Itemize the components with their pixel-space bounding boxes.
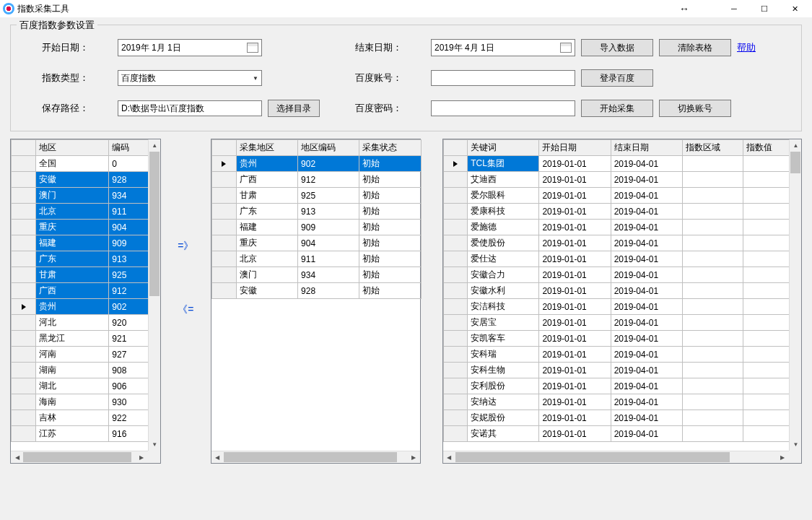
choose-dir-button[interactable]: 选择目录 <box>268 100 320 117</box>
table-row[interactable]: 安诺其2019-01-012019-04-01 <box>443 426 795 442</box>
password-input[interactable] <box>431 100 575 116</box>
column-header[interactable]: 地区 <box>36 140 109 156</box>
table-row[interactable]: 贵州902初始 <box>211 156 421 172</box>
horizontal-scrollbar[interactable]: ◀ ▶ <box>11 451 148 463</box>
table-row[interactable]: 安科生物2019-01-012019-04-01 <box>443 363 795 378</box>
start-collect-button[interactable]: 开始采集 <box>581 100 653 117</box>
table-row[interactable]: 广东913初始 <box>211 204 421 220</box>
table-row[interactable]: 艾迪西2019-01-012019-04-01 <box>443 172 795 188</box>
column-header[interactable]: 地区编码 <box>298 140 359 156</box>
table-row[interactable]: 广东913 <box>12 251 152 267</box>
collect-region-grid[interactable]: 采集地区地区编码采集状态贵州902初始广西912初始甘肃925初始广东913初始… <box>211 139 421 464</box>
table-row[interactable]: 安妮股份2019-01-012019-04-01 <box>443 410 795 426</box>
import-data-button[interactable]: 导入数据 <box>581 39 653 56</box>
index-value-cell <box>743 188 795 204</box>
horizontal-scrollbar[interactable]: ◀ ▶ <box>443 451 789 463</box>
table-row[interactable]: 澳门934初始 <box>211 267 421 283</box>
table-row[interactable]: 甘肃925初始 <box>211 188 421 204</box>
table-row[interactable]: 湖北906 <box>12 378 152 394</box>
table-row[interactable]: 爱使股份2019-01-012019-04-01 <box>443 235 795 251</box>
add-region-button[interactable]: =》 <box>178 240 193 253</box>
table-row[interactable]: 北京911初始 <box>211 251 421 267</box>
table-row[interactable]: 黑龙江921 <box>12 331 152 347</box>
minimize-button[interactable]: ─ <box>720 1 748 17</box>
calendar-icon[interactable] <box>560 43 572 53</box>
region-cell: 福建 <box>36 235 109 251</box>
table-row[interactable]: 海南930 <box>12 394 152 410</box>
resize-handle-icon[interactable]: ↔ <box>679 3 689 14</box>
vertical-scrollbar[interactable]: ▲ ▼ <box>789 139 801 451</box>
column-header[interactable]: 采集状态 <box>359 140 421 156</box>
table-row[interactable]: 重庆904初始 <box>211 235 421 251</box>
account-input[interactable] <box>431 70 575 86</box>
table-row[interactable]: 甘肃925 <box>12 267 152 283</box>
table-row[interactable]: 澳门934 <box>12 188 152 204</box>
close-button[interactable]: ✕ <box>780 1 809 17</box>
table-row[interactable]: 福建909 <box>12 235 152 251</box>
table-row[interactable]: 安凯客车2019-01-012019-04-01 <box>443 331 795 347</box>
table-row[interactable]: 安居宝2019-01-012019-04-01 <box>443 315 795 331</box>
maximize-button[interactable]: ☐ <box>750 1 779 17</box>
column-header[interactable]: 指数值 <box>743 140 795 156</box>
start-date-input[interactable]: 2019年 1月 1日 <box>118 39 262 56</box>
end-date-cell: 2019-04-01 <box>611 426 682 442</box>
table-row[interactable]: 爱施德2019-01-012019-04-01 <box>443 220 795 235</box>
column-header[interactable]: 采集地区 <box>236 140 297 156</box>
table-row[interactable]: 湖南908 <box>12 363 152 378</box>
index-value-cell <box>743 378 795 394</box>
keyword-cell: 安利股份 <box>468 378 539 394</box>
switch-account-button[interactable]: 切换账号 <box>659 100 731 117</box>
table-row[interactable]: 爱尔眼科2019-01-012019-04-01 <box>443 188 795 204</box>
table-row[interactable]: 广西912初始 <box>211 172 421 188</box>
table-row[interactable]: TCL集团2019-01-012019-04-01 <box>443 156 795 172</box>
titlebar[interactable]: 指数采集工具 ↔ ─ ☐ ✕ <box>0 0 812 17</box>
login-baidu-button[interactable]: 登录百度 <box>581 69 653 87</box>
keyword-grid[interactable]: 关键词开始日期结束日期指数区域指数值TCL集团2019-01-012019-04… <box>442 139 802 464</box>
vertical-scrollbar[interactable]: ▲ ▼ <box>148 139 160 451</box>
table-row[interactable]: 安利股份2019-01-012019-04-01 <box>443 378 795 394</box>
column-header[interactable]: 编码 <box>109 140 152 156</box>
table-row[interactable]: 全国0 <box>12 156 152 172</box>
index-value-cell <box>743 251 795 267</box>
index-region-cell <box>682 220 743 235</box>
table-row[interactable]: 安徽合力2019-01-012019-04-01 <box>443 267 795 283</box>
table-row[interactable]: 安纳达2019-01-012019-04-01 <box>443 394 795 410</box>
clear-table-button[interactable]: 清除表格 <box>659 39 731 56</box>
horizontal-scrollbar[interactable]: ◀ ▶ <box>211 451 420 463</box>
column-header[interactable]: 指数区域 <box>682 140 743 156</box>
column-header[interactable]: 关键词 <box>468 140 539 156</box>
table-row[interactable]: 吉林922 <box>12 410 152 426</box>
table-row[interactable]: 重庆904 <box>12 220 152 235</box>
start-date-cell: 2019-01-01 <box>539 315 611 331</box>
table-row[interactable]: 安徽928 <box>12 172 152 188</box>
table-row[interactable]: 贵州902 <box>12 299 152 315</box>
table-row[interactable]: 北京911 <box>12 204 152 220</box>
region-cell: 贵州 <box>236 156 297 172</box>
table-row[interactable]: 江苏916 <box>12 426 152 442</box>
table-row[interactable]: 安科瑞2019-01-012019-04-01 <box>443 347 795 363</box>
table-row[interactable]: 河南927 <box>12 347 152 363</box>
app-icon <box>3 3 14 14</box>
remove-region-button[interactable]: 《= <box>178 303 193 316</box>
table-row[interactable]: 广西912 <box>12 283 152 299</box>
save-path-field[interactable]: D:\数据导出\百度指数 <box>118 100 262 116</box>
region-cell: 河南 <box>36 347 109 363</box>
table-row[interactable]: 安徽928初始 <box>211 283 421 299</box>
end-date-input[interactable]: 2019年 4月 1日 <box>431 39 575 56</box>
table-row[interactable]: 爱仕达2019-01-012019-04-01 <box>443 251 795 267</box>
region-cell: 广西 <box>36 283 109 299</box>
table-row[interactable]: 安徽水利2019-01-012019-04-01 <box>443 283 795 299</box>
index-region-cell <box>682 363 743 378</box>
calendar-icon[interactable] <box>247 43 258 53</box>
table-row[interactable]: 爱康科技2019-01-012019-04-01 <box>443 204 795 220</box>
params-fieldset: 百度指数参数设置 开始日期： 2019年 1月 1日 结束日期： 2019年 4… <box>10 25 802 131</box>
table-row[interactable]: 福建909初始 <box>211 220 421 235</box>
column-header[interactable]: 结束日期 <box>611 140 682 156</box>
region-grid[interactable]: 地区编码全国0安徽928澳门934北京911重庆904福建909广东913甘肃9… <box>10 139 161 464</box>
index-type-select[interactable]: 百度指数 ▼ <box>118 70 262 86</box>
help-link[interactable]: 帮助 <box>737 41 780 54</box>
column-header[interactable]: 开始日期 <box>539 140 611 156</box>
end-date-cell: 2019-04-01 <box>611 299 682 315</box>
table-row[interactable]: 安洁科技2019-01-012019-04-01 <box>443 299 795 315</box>
table-row[interactable]: 河北920 <box>12 315 152 331</box>
